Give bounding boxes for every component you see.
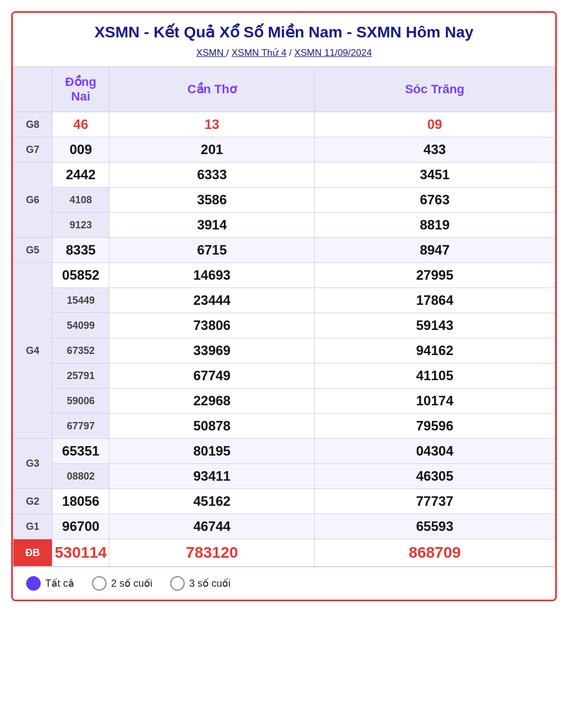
filter-2-so-cuoi[interactable]: 2 số cuối	[92, 576, 152, 591]
breadcrumb-link-thu4[interactable]: XSMN Thứ 4	[232, 47, 287, 58]
lottery-results-container: XSMN - Kết Quả Xổ Số Miền Nam - SXMN Hôm…	[11, 11, 557, 601]
cell-g4-3-2: 94162	[315, 338, 555, 363]
cell-g4-1-0: 15449	[52, 288, 109, 313]
cell-g2-0: 18056	[52, 489, 109, 514]
cell-g6-0-0: 2442	[52, 162, 109, 188]
cell-g4-5-1: 22968	[109, 389, 315, 414]
cell-g3-0-1: 80195	[109, 439, 315, 464]
filter-3-so-cuoi[interactable]: 3 số cuối	[170, 576, 230, 591]
col-header-can-tho: Cần Thơ	[109, 67, 315, 112]
row-label-đb: ĐB	[13, 539, 52, 567]
cell-g4-3-1: 33969	[109, 338, 315, 363]
row-label-g4: G4	[13, 263, 52, 439]
col-header-dong-nai: Đồng Nai	[52, 67, 109, 112]
cell-g6-0-2: 3451	[315, 162, 555, 188]
cell-g5-1: 6715	[109, 238, 315, 263]
page-title: XSMN - Kết Quả Xổ Số Miền Nam - SXMN Hôm…	[13, 13, 555, 45]
cell-đb-2: 868709	[315, 539, 555, 567]
cell-g6-2-0: 9123	[52, 213, 109, 238]
cell-g4-4-2: 41105	[315, 363, 555, 389]
cell-g4-0-2: 27995	[315, 263, 555, 288]
cell-g7-2: 433	[315, 137, 555, 162]
cell-g6-1-2: 6763	[315, 188, 555, 213]
cell-g2-2: 77737	[315, 489, 555, 514]
row-label-g6: G6	[13, 162, 52, 238]
cell-g5-2: 8947	[315, 238, 555, 263]
cell-g4-6-2: 79596	[315, 414, 555, 439]
row-label-g7: G7	[13, 137, 52, 162]
cell-g4-5-0: 59006	[52, 389, 109, 414]
results-table: Đồng Nai Cần Thơ Sóc Trăng G8461309G7009…	[13, 66, 555, 567]
cell-g6-1-0: 4108	[52, 188, 109, 213]
row-label-g3: G3	[13, 439, 52, 489]
filter-footer: Tất cả 2 số cuối 3 số cuối	[13, 567, 555, 600]
radio-3-so-cuoi[interactable]	[170, 576, 185, 591]
filter-tat-ca-label: Tất cả	[45, 577, 74, 590]
cell-g7-0: 009	[52, 137, 109, 162]
cell-g3-1-0: 08802	[52, 464, 109, 489]
cell-g8-0: 46	[52, 112, 109, 137]
cell-g3-1-1: 93411	[109, 464, 315, 489]
cell-g4-0-1: 14693	[109, 263, 315, 288]
cell-g4-1-1: 23444	[109, 288, 315, 313]
row-label-g8: G8	[13, 112, 52, 137]
cell-g3-1-2: 46305	[315, 464, 555, 489]
cell-g1-1: 46744	[109, 514, 315, 539]
cell-g6-1-1: 3586	[109, 188, 315, 213]
cell-g7-1: 201	[109, 137, 315, 162]
cell-g1-2: 65593	[315, 514, 555, 539]
cell-g4-6-0: 67797	[52, 414, 109, 439]
cell-đb-0: 530114	[52, 539, 109, 567]
cell-g8-2: 09	[315, 112, 555, 137]
breadcrumb: XSMN / XSMN Thứ 4 / XSMN 11/09/2024	[13, 45, 555, 66]
col-header-label	[13, 67, 52, 112]
cell-g4-0-0: 05852	[52, 263, 109, 288]
filter-2-so-cuoi-label: 2 số cuối	[111, 577, 152, 590]
cell-g4-6-1: 50878	[109, 414, 315, 439]
cell-g5-0: 8335	[52, 238, 109, 263]
row-label-g2: G2	[13, 489, 52, 514]
cell-g4-4-1: 67749	[109, 363, 315, 389]
cell-g4-4-0: 25791	[52, 363, 109, 389]
breadcrumb-link-date[interactable]: XSMN 11/09/2024	[294, 47, 372, 58]
row-label-g5: G5	[13, 238, 52, 263]
cell-đb-1: 783120	[109, 539, 315, 567]
cell-g1-0: 96700	[52, 514, 109, 539]
cell-g6-0-1: 6333	[109, 162, 315, 188]
cell-g4-2-1: 73806	[109, 313, 315, 338]
cell-g8-1: 13	[109, 112, 315, 137]
cell-g4-2-2: 59143	[315, 313, 555, 338]
cell-g4-1-2: 17864	[315, 288, 555, 313]
radio-2-so-cuoi[interactable]	[92, 576, 107, 591]
cell-g2-1: 45162	[109, 489, 315, 514]
filter-3-so-cuoi-label: 3 số cuối	[189, 577, 230, 590]
cell-g3-0-0: 65351	[52, 439, 109, 464]
col-header-soc-trang: Sóc Trăng	[315, 67, 555, 112]
row-label-g1: G1	[13, 514, 52, 539]
radio-tat-ca[interactable]	[26, 576, 41, 591]
breadcrumb-link-xsmn[interactable]: XSMN	[196, 47, 227, 58]
cell-g4-5-2: 10174	[315, 389, 555, 414]
cell-g4-3-0: 67352	[52, 338, 109, 363]
cell-g6-2-1: 3914	[109, 213, 315, 238]
cell-g6-2-2: 8819	[315, 213, 555, 238]
filter-tat-ca[interactable]: Tất cả	[26, 576, 74, 591]
cell-g3-0-2: 04304	[315, 439, 555, 464]
cell-g4-2-0: 54099	[52, 313, 109, 338]
